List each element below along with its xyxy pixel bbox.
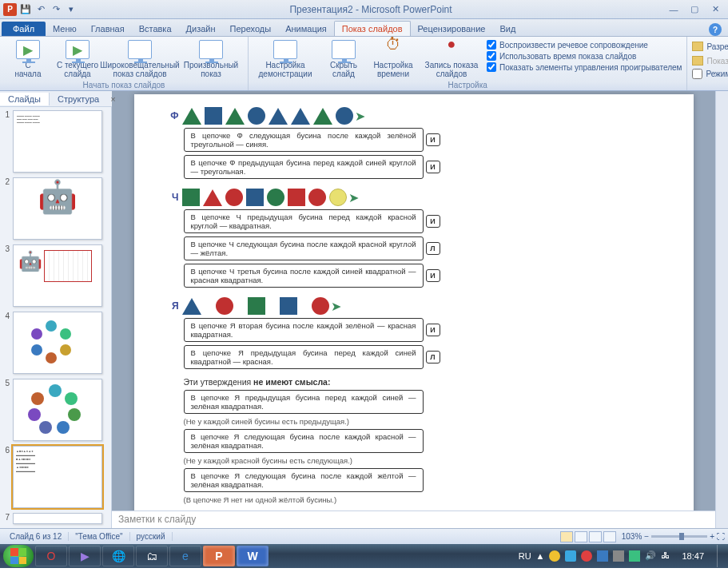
task-opera[interactable]: O — [35, 546, 67, 566]
show-desktop-button[interactable] — [717, 545, 725, 567]
panel-tab-outline[interactable]: Структура — [50, 93, 107, 105]
tray-flag-icon[interactable]: ▲ — [536, 551, 545, 561]
statement-ya1: В цепочке Я вторая бусина после каждой з… — [184, 318, 424, 342]
tray-icon[interactable] — [549, 550, 560, 562]
canvas-scroll[interactable]: Ф ➤ В цепочке Ф следующая бусина после к… — [112, 91, 715, 511]
status-bar: Слайд 6 из 12 "Тема Office" русский 103%… — [0, 528, 728, 544]
tab-home[interactable]: Главная — [84, 22, 132, 36]
bead — [308, 189, 326, 206]
thumb-2[interactable]: 2🤖 — [2, 177, 109, 240]
tab-review[interactable]: Рецензирование — [411, 22, 493, 36]
arrow-icon: ➤ — [348, 190, 359, 205]
vertical-scrollbar[interactable] — [715, 91, 728, 528]
btn-from-current[interactable]: ▶С текущего слайда — [54, 38, 101, 78]
status-slide: Слайд 6 из 12 — [3, 532, 69, 541]
chk-presenter-view[interactable]: Режим докладчика — [692, 69, 728, 79]
slide-thumbnails[interactable]: 1▬▬▬ ▬▬▬ ▬▬▬▬▬ ▬▬ ▬▬ ▬▬▬▬▬ ▬▬▬ ▬▬▬ 2🤖 3🤖… — [0, 91, 112, 528]
task-ie[interactable]: e — [169, 546, 201, 566]
btn-record[interactable]: ●Запись показа слайдов — [420, 38, 483, 78]
task-chrome[interactable]: 🌐 — [102, 546, 134, 566]
bead — [291, 107, 310, 125]
status-lang[interactable]: русский — [130, 532, 173, 541]
tray-volume-icon[interactable]: 🔊 — [645, 550, 656, 562]
bead — [205, 107, 222, 125]
bead — [248, 297, 265, 315]
task-mediaplayer[interactable]: ▶ — [69, 546, 101, 566]
thumb-7[interactable]: 7 — [2, 513, 109, 524]
thumb-1[interactable]: 1▬▬▬ ▬▬▬ ▬▬▬▬▬ ▬▬ ▬▬ ▬▬▬▬▬ ▬▬▬ ▬▬▬ — [2, 110, 109, 173]
ribbon-group-monitors: Разрешение: Показать на: Режим докладчик… — [687, 37, 728, 90]
tray-lang[interactable]: RU — [519, 551, 531, 561]
view-slideshow-icon[interactable] — [603, 531, 616, 542]
tray-icon[interactable] — [629, 550, 640, 562]
bead — [312, 297, 329, 315]
setup-checkboxes: Воспроизвести речевое сопровождение Испо… — [487, 38, 682, 72]
ribbon-group-setup: Настройка демонстрации Скрыть слайд ⏱Нас… — [249, 37, 687, 90]
task-explorer[interactable]: 🗂 — [136, 546, 168, 566]
tab-menu[interactable]: Меню — [46, 22, 84, 36]
maximize-button[interactable]: ▢ — [685, 3, 704, 16]
thumb-4[interactable]: 4 — [2, 312, 109, 374]
thumb-3[interactable]: 3🤖 — [2, 244, 109, 307]
task-powerpoint[interactable]: P — [203, 546, 235, 566]
chk-timings[interactable]: Использовать время показа слайдов — [487, 51, 682, 61]
thumb-6[interactable]: 6▲■●▲●▲●▬▬▬▬▬▬■▲●■●■●▬▬▬▬▬▬▲●■●■●▬▬▬▬▬▬ — [2, 446, 109, 508]
tray-icon[interactable] — [581, 550, 592, 562]
btn-setup-show[interactable]: Настройка демонстрации — [253, 38, 317, 78]
qat-customize-icon[interactable]: ▾ — [65, 3, 78, 16]
monitor-icon — [692, 56, 703, 66]
close-button[interactable]: ✕ — [706, 3, 725, 16]
btn-hide-slide[interactable]: Скрыть слайд — [320, 38, 367, 78]
status-theme: "Тема Office" — [69, 532, 129, 541]
zoom-out-icon[interactable]: − — [644, 532, 649, 541]
tray-network-icon[interactable]: 🖧 — [661, 550, 672, 562]
start-button[interactable] — [3, 545, 34, 567]
view-normal-icon[interactable] — [560, 531, 573, 542]
panel-tab-slides[interactable]: Слайды — [0, 93, 50, 105]
qat-redo-icon[interactable]: ↷ — [50, 3, 62, 16]
bead — [182, 297, 201, 315]
bead — [269, 107, 288, 125]
minimize-button[interactable]: — — [664, 3, 683, 16]
btn-rehearse[interactable]: ⏱Настройка времени — [370, 38, 416, 78]
tray-icon[interactable] — [597, 550, 608, 562]
zoom-slider[interactable] — [651, 535, 707, 538]
slide-canvas[interactable]: Ф ➤ В цепочке Ф следующая бусина после к… — [134, 94, 694, 511]
chain-ch-label: Ч — [166, 192, 179, 203]
tab-transitions[interactable]: Переходы — [223, 22, 279, 36]
tab-insert[interactable]: Вставка — [132, 22, 179, 36]
tab-file[interactable]: Файл — [2, 22, 46, 36]
zoom-in-icon[interactable]: + — [710, 532, 714, 541]
tab-view[interactable]: Вид — [492, 22, 523, 36]
slide-stage: Ф ➤ В цепочке Ф следующая бусина после к… — [112, 91, 715, 528]
chk-media-controls[interactable]: Показать элементы управления проигрывате… — [487, 62, 682, 72]
tag-true: И — [426, 161, 440, 173]
view-reading-icon[interactable] — [589, 531, 602, 542]
statement-ya2: В цепочке Я предыдущая бусина перед кажд… — [184, 345, 424, 369]
chk-narration[interactable]: Воспроизвести речевое сопровождение — [487, 40, 682, 50]
chain-ya-label: Я — [166, 300, 179, 312]
btn-custom-show[interactable]: Произвольный показ — [179, 38, 243, 78]
qat-save-icon[interactable]: 💾 — [19, 3, 32, 16]
notes-pane[interactable]: Заметки к слайду — [112, 511, 715, 528]
task-word[interactable]: W — [237, 546, 269, 566]
tray-icon[interactable] — [613, 550, 624, 562]
caption-n1: (Не у каждой синей бусины есть предыдуща… — [184, 417, 662, 426]
bead — [313, 107, 332, 125]
statement-ch1: В цепочке Ч предыдущая бусина перед кажд… — [184, 209, 424, 233]
qat-undo-icon[interactable]: ↶ — [34, 3, 47, 16]
help-icon[interactable]: ? — [709, 23, 722, 36]
tray-clock[interactable]: 18:47 — [677, 551, 709, 561]
view-sorter-icon[interactable] — [575, 531, 587, 542]
zoom-control[interactable]: 103% − + ⛶ — [622, 532, 725, 541]
tab-animations[interactable]: Анимация — [278, 22, 334, 36]
btn-from-beginning[interactable]: ▶С начала — [5, 38, 51, 78]
btn-broadcast[interactable]: Широковещательный показ слайдов — [104, 38, 176, 78]
tab-slideshow[interactable]: Показ слайдов — [334, 21, 411, 36]
thumb-5[interactable]: 5 — [2, 379, 109, 441]
zoom-fit-icon[interactable]: ⛶ — [717, 532, 725, 541]
tray-icon[interactable] — [565, 550, 576, 562]
tab-design[interactable]: Дизайн — [179, 22, 223, 36]
caption-n2: (Не у каждой красной бусины есть следующ… — [184, 456, 662, 465]
bead — [267, 189, 284, 206]
